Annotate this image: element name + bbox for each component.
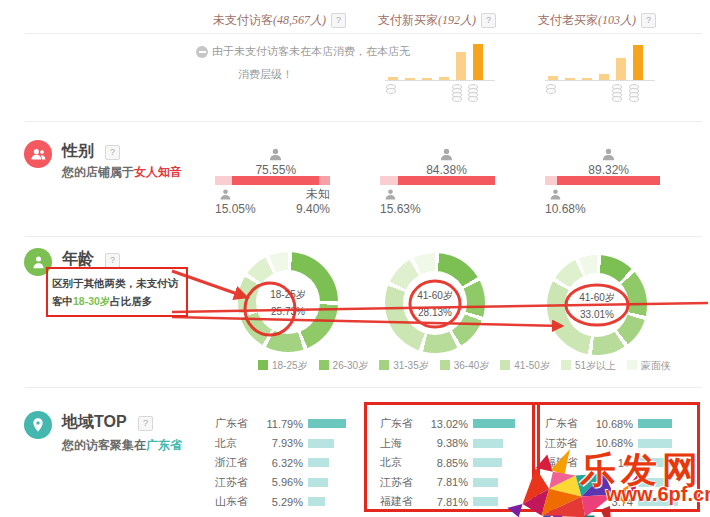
note-minus-icon bbox=[196, 46, 208, 58]
age-note-line2-post: 占比居多 bbox=[110, 295, 152, 307]
gender-bar-segment bbox=[380, 176, 398, 185]
help-icon[interactable]: ? bbox=[138, 416, 153, 431]
analytics-dashboard: 未支付访客(48,567人)? 支付新买家(192人)? 支付老买家(103人)… bbox=[0, 0, 710, 517]
legend-swatch bbox=[319, 360, 329, 370]
male-percent: 15.05% bbox=[215, 202, 256, 216]
age-legend: 18-25岁26-30岁31-35岁36-40岁41-50岁51岁以上蒙面侠 bbox=[258, 359, 671, 373]
consumption-note-line1: 由于未支付访客未在本店消费，在本店无 bbox=[212, 44, 410, 59]
person-icon bbox=[31, 255, 46, 270]
help-icon[interactable]: ? bbox=[331, 13, 346, 28]
age-donut-new-buyers: 41-60岁 28.13% bbox=[385, 253, 485, 353]
gender-bar-segment bbox=[398, 176, 495, 185]
help-icon[interactable]: ? bbox=[105, 253, 120, 268]
column-header-count: (192人) bbox=[438, 13, 476, 27]
donut-center: 18-25岁 25.73% bbox=[256, 270, 320, 334]
donut-center: 41-60岁 33.01% bbox=[565, 273, 629, 337]
gender-bar bbox=[215, 176, 330, 185]
female-icon bbox=[268, 147, 283, 162]
donut-center: 41-60岁 28.13% bbox=[403, 271, 467, 335]
gender-chart-old-buyers: 89.32% 10.68% bbox=[545, 146, 660, 218]
region-subtitle: 您的访客聚集在广东省 bbox=[62, 437, 182, 454]
coin-stack-icon bbox=[386, 86, 396, 94]
gender-bar bbox=[545, 176, 660, 185]
age-annotation-box: 区别于其他两类，未支付访 客中18-30岁占比居多 bbox=[46, 267, 188, 317]
male-stat: 15.05% bbox=[215, 188, 256, 216]
female-stat: 89.32% bbox=[579, 147, 639, 177]
female-icon bbox=[601, 147, 616, 162]
column-header-new-buyers: 支付新买家(192人)? bbox=[378, 12, 496, 29]
age-donut-old-buyers: 41-60岁 33.01% bbox=[547, 255, 647, 355]
region-percent: 7.93% bbox=[261, 437, 303, 449]
donut-center-label: 41-60岁 bbox=[579, 291, 615, 305]
chart-bar bbox=[405, 78, 415, 80]
region-name: 浙江省 bbox=[215, 455, 261, 470]
watermark-site-url: www.6pf.cn bbox=[606, 483, 710, 506]
chart-bar bbox=[388, 77, 398, 80]
male-percent: 15.63% bbox=[380, 202, 421, 216]
legend-swatch bbox=[561, 360, 571, 370]
chart-bar bbox=[565, 78, 575, 80]
column-header-unpaid-visitors: 未支付访客(48,567人)? bbox=[213, 12, 346, 29]
gender-bar-segment bbox=[557, 176, 660, 185]
male-icon bbox=[219, 188, 232, 201]
region-row: 北京7.93% bbox=[215, 434, 373, 454]
age-note-line2: 客中 bbox=[52, 295, 73, 307]
female-stat: 75.55% bbox=[246, 147, 306, 177]
region-percent: 5.29% bbox=[261, 496, 303, 508]
unknown-label: 未知 bbox=[296, 187, 330, 202]
gender-subtitle-highlight: 女人知音 bbox=[134, 165, 182, 179]
region-percent: 5.96% bbox=[261, 476, 303, 488]
donut-center-value: 25.73% bbox=[271, 306, 305, 317]
donut-center-label: 18-25岁 bbox=[270, 288, 306, 302]
male-icon bbox=[549, 188, 562, 201]
legend-swatch bbox=[500, 360, 510, 370]
female-stat: 84.38% bbox=[416, 147, 476, 177]
chart-bar bbox=[616, 58, 626, 80]
chart-bar bbox=[456, 52, 466, 80]
coin-stack-icon bbox=[612, 86, 622, 102]
chart-bar bbox=[633, 45, 643, 80]
divider bbox=[25, 121, 702, 122]
region-bar bbox=[308, 458, 329, 467]
column-header-old-buyers: 支付老买家(103人)? bbox=[538, 12, 656, 29]
coin-stack-icon bbox=[629, 86, 639, 102]
legend-swatch bbox=[627, 360, 637, 370]
region-name: 广东省 bbox=[215, 416, 261, 431]
help-icon[interactable]: ? bbox=[481, 13, 496, 28]
help-icon[interactable]: ? bbox=[105, 145, 120, 160]
gender-subtitle: 您的店铺属于女人知音 bbox=[62, 164, 182, 181]
region-subtitle-highlight: 广东省 bbox=[146, 438, 182, 452]
male-icon bbox=[384, 188, 397, 201]
people-icon bbox=[30, 146, 47, 163]
consumption-note-line2: 消费层级！ bbox=[238, 67, 293, 82]
chart-bar bbox=[473, 44, 483, 80]
legend-swatch bbox=[258, 360, 268, 370]
annotation-line-arrow bbox=[172, 317, 562, 326]
region-name: 江苏省 bbox=[215, 475, 261, 490]
region-name: 北京 bbox=[215, 436, 261, 451]
region-percent: 6.32% bbox=[261, 457, 303, 469]
region-percent: 11.79% bbox=[261, 418, 303, 430]
column-header-label: 未支付访客 bbox=[213, 13, 273, 27]
legend-item: 36-40岁 bbox=[440, 359, 490, 373]
unknown-percent: 9.40% bbox=[296, 202, 330, 217]
female-percent: 75.55% bbox=[255, 163, 296, 177]
consumption-chart-old-buyers bbox=[545, 43, 655, 81]
donut-center-label: 41-60岁 bbox=[417, 289, 453, 303]
region-subtitle-text: 您的访客聚集在 bbox=[62, 438, 146, 452]
coin-stack-icon bbox=[546, 86, 556, 94]
help-icon[interactable]: ? bbox=[641, 13, 656, 28]
region-list-unpaid: 广东省11.79%北京7.93%浙江省6.32%江苏省5.96%山东省5.29% bbox=[215, 414, 373, 512]
gender-bar-segment bbox=[232, 176, 319, 185]
female-icon bbox=[439, 147, 454, 162]
age-donut-unpaid: 18-25岁 25.73% bbox=[238, 252, 338, 352]
legend-item: 18-25岁 bbox=[258, 359, 308, 373]
chart-bar bbox=[582, 78, 592, 80]
chart-bar bbox=[439, 77, 449, 80]
region-name: 山东省 bbox=[215, 494, 261, 509]
region-bar bbox=[308, 419, 346, 428]
gender-bar-segment bbox=[319, 176, 330, 185]
donut-center-value: 33.01% bbox=[580, 309, 614, 320]
coin-stack-icon bbox=[468, 86, 478, 102]
male-stat: 10.68% bbox=[545, 188, 586, 216]
